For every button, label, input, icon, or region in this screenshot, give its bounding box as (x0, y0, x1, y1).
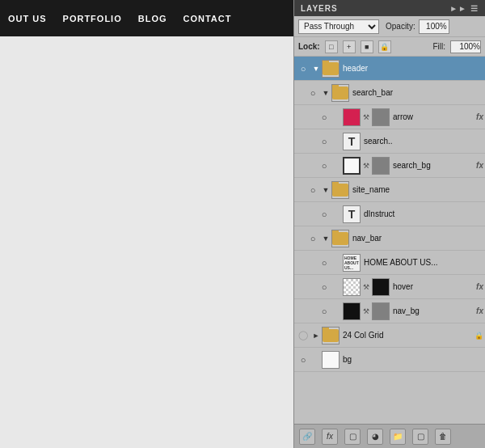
fill-input[interactable] (450, 40, 481, 53)
layer-row-nav-bar[interactable]: ○ ▼ nav_bar (294, 226, 485, 251)
layer-thumb-container-col-grid (322, 327, 340, 344)
new-group-btn[interactable]: 📁 (390, 429, 406, 445)
layer-row-search-bar[interactable]: ○ ▼ search_bar (294, 81, 485, 105)
layer-row-nav-bg[interactable]: ○ ⚒ nav_bg fx (294, 299, 485, 323)
folder-icon-site-name (332, 184, 348, 197)
layer-name-dinstruct: dInstruct (364, 209, 483, 218)
visibility-eye-bg[interactable]: ○ (296, 348, 310, 372)
layer-thumb-nav-bar (331, 230, 349, 247)
layer-thumb-container-search-bg: ⚒ (343, 157, 390, 175)
layer-thumb-site-name (331, 181, 349, 199)
panel-title: LAYERS (301, 4, 338, 13)
layer-row-search-bg[interactable]: ○ ⚒ search_bg fx (294, 154, 485, 178)
expand-arrow-col-grid[interactable]: ► (310, 323, 322, 348)
expand-arrow-nav-bar[interactable]: ▼ (320, 226, 331, 251)
visibility-eye-header[interactable]: ○ (296, 57, 310, 81)
panel-header: LAYERS ►► ☰ (294, 0, 485, 16)
chain-icon-hover: ⚒ (363, 283, 369, 291)
layer-thumb-bg (322, 351, 340, 369)
layer-thumb-dinstruct: T (343, 205, 361, 223)
layer-row-col-grid[interactable]: ◯ ► 24 Col Grid 🔒 (294, 323, 485, 348)
blend-mode-select[interactable]: Pass Through Normal Multiply Screen (298, 19, 379, 34)
layer-row-bg[interactable]: ○ bg (294, 348, 485, 372)
layer-thumb-col-grid (322, 327, 340, 344)
visibility-eye-site-name[interactable]: ○ (306, 178, 320, 202)
layer-thumb-search-bar (331, 84, 349, 102)
chain-icon-arrow: ⚒ (363, 113, 369, 121)
layer-name-search-text: search.. (364, 137, 483, 146)
layer-thumb-container-nav-bg: ⚒ (343, 302, 390, 320)
delete-layer-btn[interactable]: 🗑 (435, 429, 451, 445)
layer-thumb-container-bg (322, 351, 340, 369)
layer-thumb-nav-bg-1 (343, 302, 361, 320)
mask-btn[interactable]: ▢ (344, 429, 361, 445)
layer-row-search-text[interactable]: ○ T search.. (294, 129, 485, 154)
layer-thumb-container-search-bar (331, 84, 349, 102)
visibility-eye-arrow[interactable]: ○ (317, 105, 331, 129)
panel-footer: 🔗 fx ▢ ◕ 📁 ▢ 🗑 (294, 424, 485, 448)
visibility-eye-nav-bg[interactable]: ○ (317, 299, 331, 323)
lock-all-btn[interactable]: ■ (361, 40, 373, 53)
visibility-eye-col-grid[interactable]: ◯ (296, 323, 310, 348)
fx-badge-nav-bg: fx (476, 306, 483, 315)
panel-collapse-btn[interactable]: ►► (449, 4, 467, 13)
panel-menu-btn[interactable]: ☰ (470, 4, 479, 13)
layer-row-header[interactable]: ○ ▼ header (294, 57, 485, 81)
layer-thumb-container-site-name (331, 181, 349, 199)
layer-row-site-name[interactable]: ○ ▼ site_name (294, 178, 485, 202)
visibility-eye-search-text[interactable]: ○ (317, 129, 331, 154)
adjustment-btn[interactable]: ◕ (367, 429, 383, 445)
visibility-eye-search-bar[interactable]: ○ (306, 81, 320, 105)
layers-panel: LAYERS ►► ☰ Pass Through Normal Multiply… (293, 0, 485, 448)
visibility-eye-dinstruct[interactable]: ○ (317, 202, 331, 226)
layer-name-search-bg: search_bg (393, 161, 474, 170)
folder-icon-col-grid (323, 329, 339, 342)
layer-thumb-container-arrow: ⚒ (343, 108, 390, 126)
layer-thumb-container-search-text: T (343, 133, 361, 150)
layer-name-header: header (343, 64, 483, 73)
layer-row-nav-text[interactable]: ○ HOME ABOUT US... HOME ABOUT US... (294, 251, 485, 275)
expand-arrow-search-bar[interactable]: ▼ (320, 81, 331, 105)
link-layers-btn[interactable]: 🔗 (299, 429, 315, 445)
new-layer-btn[interactable]: ▢ (412, 429, 428, 445)
folder-icon-search-bar (332, 87, 348, 99)
lock-fill-row: Lock: □ + ■ 🔒 Fill: (294, 37, 485, 57)
fx-btn[interactable]: fx (322, 429, 338, 445)
panel-header-controls: ►► ☰ (449, 4, 479, 13)
visibility-eye-nav-bar[interactable]: ○ (306, 226, 320, 251)
layer-thumb-container-dinstruct: T (343, 205, 361, 223)
visibility-eye-nav-text[interactable]: ○ (317, 251, 331, 275)
layer-thumb-hover-1 (343, 278, 361, 296)
layer-thumb-nav-text: HOME ABOUT US... (343, 254, 361, 272)
lock-label: Lock: (298, 42, 320, 51)
nav-item-3: CONTACT (183, 14, 232, 23)
expand-arrow-header[interactable]: ▼ (310, 57, 322, 81)
chain-icon-search-bg: ⚒ (363, 162, 369, 170)
layer-thumb-search-text: T (343, 133, 361, 150)
layer-thumb-search-bg-1 (343, 157, 361, 175)
layer-name-bg: bg (343, 355, 483, 364)
layer-name-nav-text: HOME ABOUT US... (364, 258, 483, 267)
layer-row-dinstruct[interactable]: ○ T dInstruct (294, 202, 485, 226)
lock-position-btn[interactable]: □ (325, 40, 338, 53)
layer-thumb-search-bg-2 (372, 157, 390, 175)
fx-badge-arrow: fx (476, 112, 483, 121)
layer-row-hover[interactable]: ○ ⚒ hover fx (294, 275, 485, 299)
fx-badge-search-bg: fx (476, 161, 483, 170)
nav-bar-preview: OUT US PORTFOLIO BLOG CONTACT (0, 0, 293, 36)
blend-opacity-row: Pass Through Normal Multiply Screen Opac… (294, 16, 485, 37)
opacity-input[interactable] (419, 19, 449, 34)
visibility-eye-search-bg[interactable]: ○ (317, 154, 331, 178)
layers-list[interactable]: ○ ▼ header ○ ▼ search_bar ○ (294, 57, 485, 424)
nav-item-2: BLOG (138, 14, 167, 23)
folder-icon-header (323, 62, 339, 75)
visibility-eye-hover[interactable]: ○ (317, 275, 331, 299)
layer-thumb-hover-2 (372, 278, 390, 296)
layer-name-nav-bar: nav_bar (352, 234, 483, 243)
layer-name-arrow: arrow (393, 112, 474, 121)
lock-pixel-btn[interactable]: + (343, 40, 356, 53)
lock-artboard-btn[interactable]: 🔒 (378, 40, 391, 53)
folder-icon-nav-bar (332, 232, 348, 245)
layer-row-arrow[interactable]: ○ ⚒ arrow fx (294, 105, 485, 129)
expand-arrow-site-name[interactable]: ▼ (320, 178, 331, 202)
